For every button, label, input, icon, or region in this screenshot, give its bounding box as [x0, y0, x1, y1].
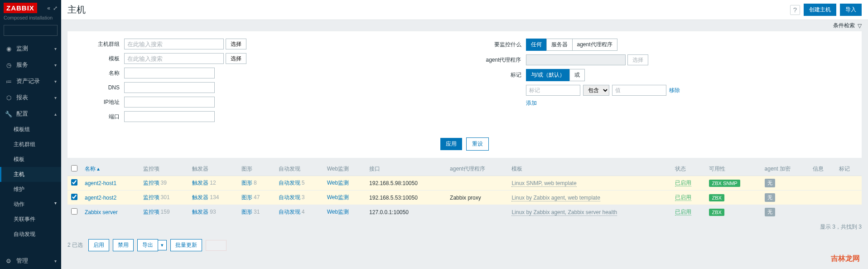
sidebar-item-admin[interactable]: ⚙ 管理 ▾: [0, 253, 61, 269]
sidebar-item-2[interactable]: ≔ 资产记录 ▾: [0, 73, 61, 89]
collapse-icon[interactable]: «: [47, 5, 50, 11]
sidebar-sub-6[interactable]: 关联事件: [0, 212, 61, 227]
bulk-enable-button[interactable]: 启用: [88, 239, 109, 251]
dns-input[interactable]: [124, 82, 215, 93]
col-template[interactable]: 模板: [508, 162, 671, 176]
bulk-actions: 2 已选 启用 禁用 导出▾ 批量更新: [61, 235, 868, 256]
hostgroup-select-button[interactable]: 选择: [226, 39, 246, 49]
triggers-link[interactable]: 触发器: [192, 209, 208, 215]
seg-or[interactable]: 或: [569, 69, 585, 81]
templates-link[interactable]: Linux by Zabbix agent, web template: [511, 195, 600, 201]
row-checkbox[interactable]: [71, 194, 77, 200]
sidebar-sub-2[interactable]: 模板: [0, 152, 61, 167]
row-checkbox[interactable]: [71, 179, 77, 186]
help-icon[interactable]: ?: [790, 5, 800, 15]
discovery-link[interactable]: 自动发现: [279, 180, 300, 186]
encrypt-badge: 无: [765, 193, 775, 202]
sidebar-item-4[interactable]: 🔧 配置 ▴: [0, 106, 61, 122]
brand-logo[interactable]: ZABBIX: [4, 3, 37, 13]
fullscreen-icon[interactable]: ⤢: [53, 5, 58, 11]
web-link[interactable]: Web监测: [327, 209, 349, 215]
status-toggle[interactable]: 已启用: [675, 194, 691, 201]
add-tag-link[interactable]: 添加: [526, 99, 537, 107]
seg-andor[interactable]: 与/或（默认）: [526, 69, 570, 81]
apply-button[interactable]: 应用: [440, 138, 462, 150]
sidebar-sub-5[interactable]: 动作▾: [0, 197, 61, 212]
templates-link[interactable]: Linux SNMP, web template: [511, 180, 576, 187]
bulk-delete-button[interactable]: [206, 240, 227, 251]
port-input[interactable]: [124, 111, 215, 122]
sidebar-item-3[interactable]: ⬡ 报表 ▾: [0, 89, 61, 106]
items-link[interactable]: 监控项: [143, 180, 159, 186]
col-avail[interactable]: 可用性: [705, 162, 761, 176]
tag-name-input[interactable]: [526, 85, 580, 96]
col-name[interactable]: 名称 ▴: [81, 162, 140, 176]
sidebar-sub-4[interactable]: 维护: [0, 182, 61, 197]
sidebar-sub-3[interactable]: 主机: [0, 167, 61, 182]
seg-proxy[interactable]: agent代理程序: [572, 39, 617, 51]
seg-server[interactable]: 服务器: [546, 39, 573, 51]
chevron-icon: ▾: [54, 46, 57, 51]
templates-link[interactable]: Linux by Zabbix agent, Zabbix server hea…: [511, 209, 617, 216]
host-name-link[interactable]: agent2-host1: [85, 180, 116, 186]
filter-icon[interactable]: ▽: [858, 23, 862, 29]
triggers-link[interactable]: 触发器: [192, 194, 208, 201]
sidebar-sub-7[interactable]: 自动发现: [0, 227, 61, 242]
col-tags[interactable]: 标记: [835, 162, 862, 176]
select-all-checkbox[interactable]: [71, 165, 77, 171]
graphs-link[interactable]: 图形: [241, 209, 252, 215]
encrypt-badge: 无: [765, 179, 775, 187]
items-link[interactable]: 监控项: [143, 194, 159, 201]
nav-icon: 🔧: [5, 111, 13, 117]
discovery-link[interactable]: 自动发现: [279, 209, 300, 215]
status-toggle[interactable]: 已启用: [675, 180, 691, 186]
import-button[interactable]: 导入: [840, 4, 862, 16]
host-name-link[interactable]: Zabbix server: [85, 209, 118, 215]
col-proxy[interactable]: agent代理程序: [446, 162, 508, 176]
expand-search-link[interactable]: 条件检索: [833, 22, 855, 29]
col-web[interactable]: Web监测: [323, 162, 366, 176]
ip-input[interactable]: [124, 97, 215, 108]
col-encrypt[interactable]: agent 加密: [761, 162, 809, 176]
template-select-button[interactable]: 选择: [226, 53, 246, 64]
col-info[interactable]: 信息: [809, 162, 835, 176]
remove-tag-link[interactable]: 移除: [669, 87, 680, 94]
reset-button[interactable]: 重设: [466, 137, 489, 151]
col-triggers[interactable]: 触发器: [188, 162, 238, 176]
bulk-disable-button[interactable]: 禁用: [113, 239, 134, 251]
bulk-export-dropdown[interactable]: ▾: [158, 240, 167, 250]
sidebar-item-0[interactable]: ◉ 监测 ▾: [0, 40, 61, 57]
graphs-link[interactable]: 图形: [241, 194, 252, 201]
sidebar-item-label: 资产记录: [16, 77, 40, 85]
col-items[interactable]: 监控项: [140, 162, 189, 176]
col-interface[interactable]: 接口: [366, 162, 446, 176]
col-graphs[interactable]: 图形: [238, 162, 275, 176]
sidebar-sub-0[interactable]: 模板组: [0, 122, 61, 137]
web-link[interactable]: Web监测: [327, 194, 349, 201]
dns-label: DNS: [77, 84, 120, 91]
host-name-link[interactable]: agent2-host2: [85, 195, 116, 201]
bulk-mass-button[interactable]: 批量更新: [170, 239, 202, 251]
seg-any[interactable]: 任何: [526, 39, 547, 51]
tag-op-select[interactable]: 包含: [583, 85, 609, 96]
graphs-link[interactable]: 图形: [241, 180, 252, 186]
sidebar-search[interactable]: 🔍: [4, 25, 58, 36]
items-link[interactable]: 监控项: [143, 209, 159, 215]
web-link[interactable]: Web监测: [327, 180, 349, 186]
triggers-link[interactable]: 触发器: [192, 180, 208, 186]
template-input[interactable]: [124, 53, 224, 64]
name-input[interactable]: [124, 68, 215, 78]
row-checkbox[interactable]: [71, 208, 77, 215]
bulk-export-button[interactable]: 导出: [137, 239, 158, 251]
ip-label: IP地址: [77, 98, 120, 106]
status-toggle[interactable]: 已启用: [675, 209, 691, 215]
table-row: agent2-host2 监控项301 触发器134 图形47 自动发现3 We…: [68, 191, 862, 205]
tag-value-input[interactable]: [612, 85, 666, 96]
discovery-link[interactable]: 自动发现: [279, 194, 300, 201]
create-host-button[interactable]: 创建主机: [804, 4, 836, 16]
sidebar-item-1[interactable]: ◷ 服务 ▾: [0, 57, 61, 73]
sidebar-sub-1[interactable]: 主机群组: [0, 137, 61, 152]
col-status[interactable]: 状态: [671, 162, 705, 176]
hostgroup-input[interactable]: [124, 39, 224, 49]
col-discovery[interactable]: 自动发现: [275, 162, 323, 176]
